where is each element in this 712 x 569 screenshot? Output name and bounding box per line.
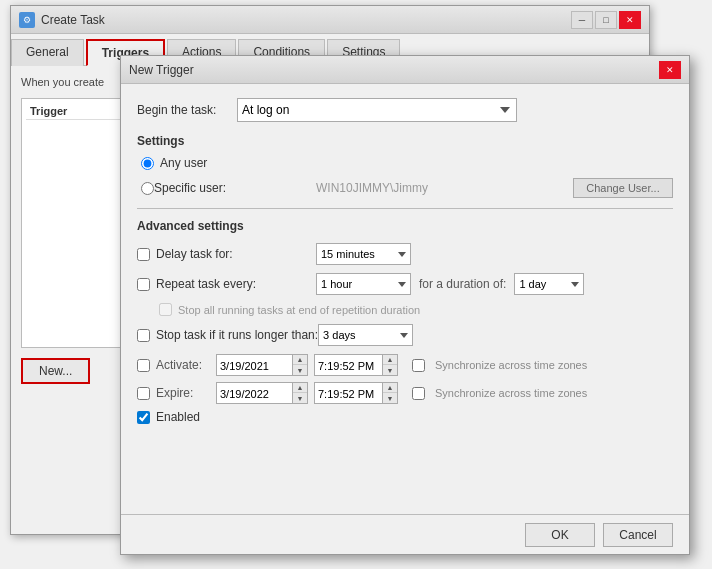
expire-label: Expire: <box>156 386 216 400</box>
activate-checkbox[interactable] <box>137 359 150 372</box>
stop-running-text: Stop all running tasks at end of repetit… <box>178 304 420 316</box>
dialog-body: Begin the task: At log on Settings Any u… <box>121 84 689 438</box>
activate-date-spinbtns: ▲ ▼ <box>292 354 308 376</box>
activate-date-spinner: 3/19/2021 ▲ ▼ <box>216 354 308 376</box>
stop-running-row: Stop all running tasks at end of repetit… <box>137 303 673 316</box>
bg-window-titlebar: ⚙ Create Task ─ □ ✕ <box>11 6 649 34</box>
any-user-label: Any user <box>160 156 207 170</box>
dialog-controls: ✕ <box>659 61 681 79</box>
stop-if-longer-select[interactable]: 3 days <box>318 324 413 346</box>
stop-if-longer-row: Stop task if it runs longer than: 3 days <box>137 324 673 346</box>
begin-task-label: Begin the task: <box>137 103 237 117</box>
specific-user-radio[interactable] <box>141 182 154 195</box>
dialog-footer: OK Cancel <box>121 514 689 554</box>
new-trigger-button[interactable]: New... <box>21 358 90 384</box>
activate-date-down[interactable]: ▼ <box>293 365 307 375</box>
expire-row: Expire: 3/19/2022 ▲ ▼ 7:19:52 PM ▲ ▼ Syn… <box>137 382 673 404</box>
new-trigger-dialog: New Trigger ✕ Begin the task: At log on … <box>120 55 690 555</box>
specific-user-label: Specific user: <box>154 181 226 195</box>
repeat-task-label: Repeat task every: <box>156 277 316 291</box>
activate-time-up[interactable]: ▲ <box>383 355 397 365</box>
divider-1 <box>137 208 673 209</box>
cancel-button[interactable]: Cancel <box>603 523 673 547</box>
expire-checkbox[interactable] <box>137 387 150 400</box>
activate-label: Activate: <box>156 358 216 372</box>
stop-if-longer-checkbox[interactable] <box>137 329 150 342</box>
expire-date-input[interactable]: 3/19/2022 <box>216 382 292 404</box>
expire-date-down[interactable]: ▼ <box>293 393 307 403</box>
delay-task-select[interactable]: 15 minutes <box>316 243 411 265</box>
enabled-label: Enabled <box>156 410 200 424</box>
specific-user-value: WIN10JIMMY\Jimmy <box>316 181 543 195</box>
begin-task-select[interactable]: At log on <box>237 98 517 122</box>
dialog-title: New Trigger <box>129 63 659 77</box>
ok-button[interactable]: OK <box>525 523 595 547</box>
delay-task-checkbox[interactable] <box>137 248 150 261</box>
any-user-row: Any user <box>137 156 673 170</box>
duration-select[interactable]: 1 day <box>514 273 584 295</box>
activate-time-down[interactable]: ▼ <box>383 365 397 375</box>
activate-time-box: 7:19:52 PM ▲ ▼ <box>314 354 398 376</box>
expire-time-box: 7:19:52 PM ▲ ▼ <box>314 382 398 404</box>
activate-row: Activate: 3/19/2021 ▲ ▼ 7:19:52 PM ▲ ▼ S… <box>137 354 673 376</box>
expire-time-input[interactable]: 7:19:52 PM <box>314 382 382 404</box>
activate-sync-label: Synchronize across time zones <box>435 359 587 371</box>
duration-label: for a duration of: <box>419 277 506 291</box>
expire-date-up[interactable]: ▲ <box>293 383 307 393</box>
activate-sync-area: Synchronize across time zones <box>412 359 587 372</box>
expire-time-up[interactable]: ▲ <box>383 383 397 393</box>
dialog-titlebar: New Trigger ✕ <box>121 56 689 84</box>
expire-sync-label: Synchronize across time zones <box>435 387 587 399</box>
activate-sync-checkbox[interactable] <box>412 359 425 372</box>
close-dialog-button[interactable]: ✕ <box>659 61 681 79</box>
enabled-row: Enabled <box>137 410 673 424</box>
repeat-task-row: Repeat task every: 1 hour for a duration… <box>137 273 673 295</box>
activate-date-input[interactable]: 3/19/2021 <box>216 354 292 376</box>
stop-if-longer-label: Stop task if it runs longer than: <box>156 328 318 342</box>
bg-window-controls: ─ □ ✕ <box>571 11 641 29</box>
activate-date-up[interactable]: ▲ <box>293 355 307 365</box>
repeat-task-checkbox[interactable] <box>137 278 150 291</box>
expire-date-spinbtns: ▲ ▼ <box>292 382 308 404</box>
expire-time-down[interactable]: ▼ <box>383 393 397 403</box>
begin-task-row: Begin the task: At log on <box>137 98 673 122</box>
repeat-task-select[interactable]: 1 hour <box>316 273 411 295</box>
change-user-button[interactable]: Change User... <box>573 178 673 198</box>
specific-user-row: Specific user: WIN10JIMMY\Jimmy Change U… <box>137 178 673 198</box>
close-bg-window-button[interactable]: ✕ <box>619 11 641 29</box>
bg-window-icon: ⚙ <box>19 12 35 28</box>
activate-time-spinbtns: ▲ ▼ <box>382 354 398 376</box>
stop-running-checkbox[interactable] <box>159 303 172 316</box>
maximize-button[interactable]: □ <box>595 11 617 29</box>
expire-time-spinbtns: ▲ ▼ <box>382 382 398 404</box>
enabled-checkbox[interactable] <box>137 411 150 424</box>
any-user-radio[interactable] <box>141 157 154 170</box>
advanced-settings-label: Advanced settings <box>137 219 673 233</box>
delay-task-row: Delay task for: 15 minutes <box>137 243 673 265</box>
activate-time-input[interactable]: 7:19:52 PM <box>314 354 382 376</box>
bg-window-title: Create Task <box>41 13 571 27</box>
expire-sync-checkbox[interactable] <box>412 387 425 400</box>
settings-section-label: Settings <box>137 134 673 148</box>
tab-general[interactable]: General <box>11 39 84 66</box>
delay-task-label: Delay task for: <box>156 247 316 261</box>
expire-sync-area: Synchronize across time zones <box>412 387 587 400</box>
minimize-button[interactable]: ─ <box>571 11 593 29</box>
expire-date-spinner: 3/19/2022 ▲ ▼ <box>216 382 308 404</box>
